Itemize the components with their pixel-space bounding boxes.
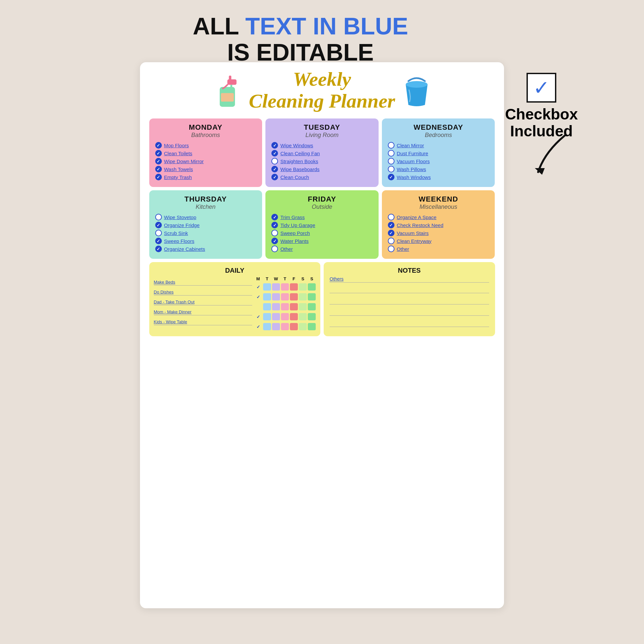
tracker-cell[interactable]	[308, 283, 316, 291]
heading-text-blue: TEXT IN BLUE	[245, 13, 408, 39]
task-checkbox[interactable]	[271, 174, 278, 180]
task-checkbox[interactable]	[388, 142, 394, 149]
task-checkbox[interactable]	[388, 246, 394, 252]
task-item[interactable]: Wash Pillows	[388, 166, 489, 172]
task-item[interactable]: Clean Ceiling Fan	[271, 150, 373, 157]
task-checkbox[interactable]	[155, 222, 162, 228]
task-checkbox[interactable]	[155, 214, 162, 220]
task-item[interactable]: Dust Furniture	[388, 150, 489, 157]
tracker-cell[interactable]	[290, 323, 298, 330]
task-item[interactable]: Vacuum Floors	[388, 158, 489, 164]
tracker-cell[interactable]: ✓	[254, 283, 262, 291]
task-checkbox[interactable]	[388, 238, 394, 244]
task-checkbox[interactable]	[155, 150, 162, 157]
task-checkbox[interactable]	[155, 158, 162, 164]
task-item[interactable]: Organize Cabinets	[155, 246, 256, 252]
task-checkbox[interactable]	[388, 158, 394, 164]
task-checkbox[interactable]	[388, 230, 394, 236]
tracker-cell[interactable]: ✓	[254, 313, 262, 320]
task-item[interactable]: Tidy Up Garage	[271, 222, 373, 228]
task-item[interactable]: Other	[388, 246, 489, 252]
tracker-cell[interactable]	[272, 283, 280, 291]
tracker-cell[interactable]	[254, 303, 262, 310]
tracker-cell[interactable]	[299, 283, 307, 291]
tracker-cell[interactable]	[263, 303, 271, 310]
task-checkbox[interactable]	[271, 230, 278, 236]
tracker-cell[interactable]	[308, 293, 316, 300]
task-checkbox[interactable]	[388, 222, 394, 228]
tracker-cell[interactable]	[299, 293, 307, 300]
tracker-cell[interactable]	[299, 313, 307, 320]
task-label: Wash Towels	[164, 166, 193, 172]
task-checkbox[interactable]	[155, 230, 162, 236]
task-checkbox[interactable]	[271, 158, 278, 164]
task-checkbox[interactable]	[271, 246, 278, 252]
task-checkbox[interactable]	[271, 238, 278, 244]
task-item[interactable]: Clean Couch	[271, 174, 373, 180]
task-item[interactable]: Sweep Porch	[271, 230, 373, 236]
task-checkbox[interactable]	[271, 214, 278, 220]
tracker-cell[interactable]	[272, 293, 280, 300]
task-item[interactable]: Empty Trash	[155, 174, 256, 180]
tracker-cell[interactable]	[263, 283, 271, 291]
tracker-cell[interactable]: ✓	[254, 323, 262, 330]
task-checkbox[interactable]	[388, 214, 394, 220]
task-item[interactable]: Vacuum Stairs	[388, 230, 489, 236]
task-item[interactable]: Water Plants	[271, 238, 373, 244]
task-checkbox[interactable]	[388, 166, 394, 172]
task-checkbox[interactable]	[155, 238, 162, 244]
task-item[interactable]: Other	[271, 246, 373, 252]
task-checkbox[interactable]	[271, 222, 278, 228]
tracker-cell[interactable]	[263, 313, 271, 320]
tracker-cell[interactable]	[263, 323, 271, 330]
tracker-cell[interactable]	[299, 323, 307, 330]
tracker-cell[interactable]	[281, 293, 289, 300]
task-checkbox[interactable]	[155, 246, 162, 252]
task-item[interactable]: Wipe Down Mirror	[155, 158, 256, 164]
tracker-cell[interactable]	[290, 283, 298, 291]
tracker-cell[interactable]	[299, 303, 307, 310]
tracker-cell[interactable]	[263, 293, 271, 300]
task-item[interactable]: Clean Mirror	[388, 142, 489, 149]
task-list-friday: Trim GrassTidy Up GarageSweep PorchWater…	[271, 214, 373, 252]
task-item[interactable]: Wipe Stovetop	[155, 214, 256, 220]
task-item[interactable]: Wash Windows	[388, 174, 489, 180]
tracker-cell[interactable]	[290, 313, 298, 320]
task-item[interactable]: Wipe Windows	[271, 142, 373, 149]
task-item[interactable]: Clean Entryway	[388, 238, 489, 244]
tracker-cell[interactable]	[281, 283, 289, 291]
task-item[interactable]: Straighten Books	[271, 158, 373, 164]
task-label: Dust Furniture	[397, 151, 428, 156]
task-item[interactable]: Check Restock Need	[388, 222, 489, 228]
task-checkbox[interactable]	[155, 166, 162, 172]
task-checkbox[interactable]	[388, 174, 394, 180]
task-checkbox[interactable]	[388, 150, 394, 157]
tracker-cell[interactable]	[272, 303, 280, 310]
task-item[interactable]: Trim Grass	[271, 214, 373, 220]
task-item[interactable]: Organize Fridge	[155, 222, 256, 228]
task-checkbox[interactable]	[271, 166, 278, 172]
day-subtitle-wednesday: Bedrooms	[388, 132, 489, 139]
task-item[interactable]: Scrub Sink	[155, 230, 256, 236]
tracker-cell[interactable]	[308, 313, 316, 320]
tracker-cell[interactable]	[290, 293, 298, 300]
tracker-cell[interactable]	[272, 313, 280, 320]
task-item[interactable]: Sweep Floors	[155, 238, 256, 244]
task-item[interactable]: Clean Toilets	[155, 150, 256, 157]
tracker-cell[interactable]	[308, 303, 316, 310]
task-item[interactable]: Mop Floors	[155, 142, 256, 149]
task-checkbox[interactable]	[155, 174, 162, 180]
tracker-cell[interactable]	[281, 323, 289, 330]
task-checkbox[interactable]	[271, 150, 278, 157]
task-checkbox[interactable]	[155, 142, 162, 149]
tracker-cell[interactable]	[272, 323, 280, 330]
task-checkbox[interactable]	[271, 142, 278, 149]
tracker-cell[interactable]	[281, 303, 289, 310]
task-item[interactable]: Organize A Space	[388, 214, 489, 220]
tracker-cell[interactable]	[308, 323, 316, 330]
tracker-cell[interactable]	[281, 313, 289, 320]
task-item[interactable]: Wipe Baseboards	[271, 166, 373, 172]
task-item[interactable]: Wash Towels	[155, 166, 256, 172]
tracker-cell[interactable]	[290, 303, 298, 310]
tracker-cell[interactable]: ✓	[254, 293, 262, 300]
